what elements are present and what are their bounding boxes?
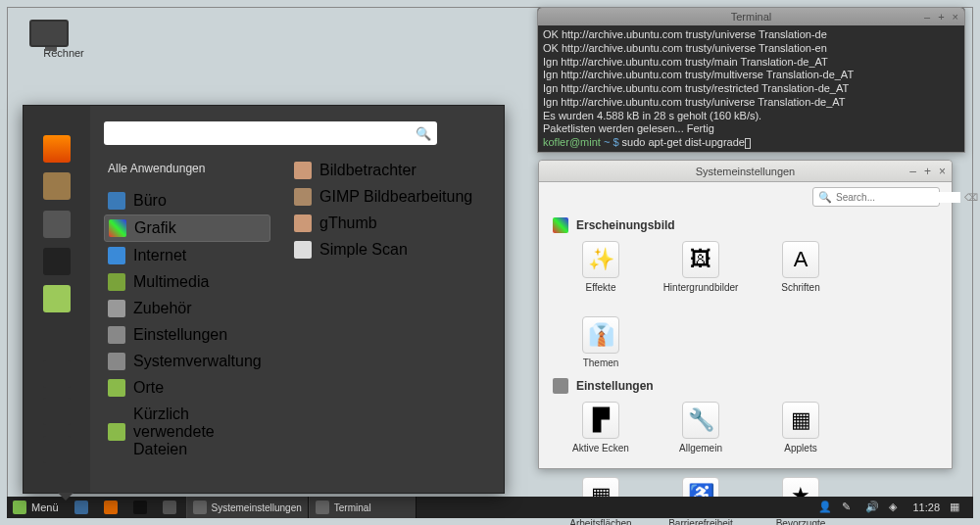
category-zubehör[interactable]: Zubehör <box>104 296 270 321</box>
task-terminal[interactable]: Terminal <box>309 497 416 518</box>
category-orte[interactable]: Orte <box>104 375 270 401</box>
category-icon <box>108 247 125 264</box>
quicklaunch-file-manager[interactable] <box>39 211 74 238</box>
category-grafik[interactable]: Grafik <box>104 215 270 242</box>
minimize-button[interactable]: – <box>909 165 916 178</box>
settings-item-allgemein[interactable]: 🔧Allgemein <box>662 402 739 453</box>
menu-search-input[interactable] <box>110 126 416 140</box>
settings-group-appearance: Erscheinungsbild <box>553 217 938 233</box>
category-multimedia[interactable]: Multimedia <box>104 269 270 295</box>
calendar-icon[interactable]: ▦ <box>950 501 963 514</box>
settings-item-label: Arbeitsflächen <box>563 518 639 525</box>
terminal-window[interactable]: Terminal – + × OK http://archive.ubuntu.… <box>537 7 965 153</box>
settings-item-icon: 🔧 <box>682 402 719 439</box>
task-label: Systemeinstellungen <box>212 502 302 513</box>
menu-button[interactable]: Menü <box>7 497 65 518</box>
settings-item-hintergrundbilder[interactable]: 🖼Hintergrundbilder <box>662 241 739 293</box>
launcher-terminal[interactable] <box>127 497 153 518</box>
quicklaunch-settings-3[interactable] <box>39 436 74 463</box>
terminal-title: Terminal <box>731 11 772 23</box>
category-label: Büro <box>133 192 167 210</box>
package-manager-icon <box>43 172 71 200</box>
maximize-button[interactable]: + <box>938 11 944 23</box>
updates-icon[interactable]: ✎ <box>842 501 856 514</box>
task-icon <box>193 501 207 514</box>
settings-item-icon: 🖼 <box>682 241 719 278</box>
app-gthumb[interactable]: gThumb <box>290 212 488 235</box>
category-internet[interactable]: Internet <box>104 243 270 268</box>
terminal-titlebar[interactable]: Terminal – + × <box>538 8 964 25</box>
category-label: Einstellungen <box>133 326 227 344</box>
clear-icon[interactable]: ⌫ <box>964 192 978 203</box>
file-manager-icon <box>43 211 71 238</box>
settings-item-schriften[interactable]: ASchriften <box>762 241 839 293</box>
settings-item-label: Allgemein <box>662 443 739 453</box>
volume-icon[interactable]: 🔊 <box>865 501 879 514</box>
app-label: Simple Scan <box>319 241 408 259</box>
quicklaunch-separator[interactable] <box>39 323 74 351</box>
app-gimp-bildbearbeitung[interactable]: GIMP Bildbearbeitung <box>290 185 488 209</box>
app-icon <box>294 162 312 179</box>
app-simple-scan[interactable]: Simple Scan <box>290 238 488 262</box>
settings-item-icon: ▛ <box>582 402 619 439</box>
menu-search[interactable]: 🔍 <box>104 121 437 145</box>
quicklaunch-settings-2[interactable] <box>39 398 74 425</box>
app-bildbetrachter[interactable]: Bildbetrachter <box>290 159 488 182</box>
settings-item-icon: ▦ <box>782 402 819 439</box>
desktop-icon-computer[interactable]: Rechner <box>29 20 98 59</box>
category-icon <box>109 219 126 237</box>
category-label: Multimedia <box>133 273 209 291</box>
category-icon <box>108 273 125 291</box>
quicklaunch-package-manager[interactable] <box>39 172 74 200</box>
network-icon[interactable]: ◈ <box>889 501 903 514</box>
app-label: GIMP Bildbearbeitung <box>319 188 472 206</box>
settings-item-themen[interactable]: 👔Themen <box>563 316 639 368</box>
settings-item-effekte[interactable]: ✨Effekte <box>563 241 639 293</box>
task-systemeinstellungen[interactable]: Systemeinstellungen <box>186 497 309 518</box>
settings-item-label: Barrierefreiheit <box>662 518 739 525</box>
taskbar[interactable]: Menü SystemeinstellungenTerminal 👤 ✎ 🔊 ◈… <box>7 497 973 518</box>
category-einstellungen[interactable]: Einstellungen <box>104 322 270 348</box>
search-icon: 🔍 <box>416 126 431 141</box>
settings-item-label: Bevorzugte <box>762 518 839 525</box>
settings-search[interactable]: 🔍 ⌫ <box>812 187 940 207</box>
settings-item-label: Applets <box>762 443 839 453</box>
settings-window[interactable]: Systemeinstellungen – + × 🔍 ⌫ Erscheinun… <box>538 160 953 469</box>
category-icon <box>108 192 125 210</box>
minimize-button[interactable]: – <box>924 11 930 23</box>
close-button[interactable]: × <box>939 165 946 178</box>
monitor-icon <box>29 20 69 47</box>
clock[interactable]: 11:28 <box>912 501 940 513</box>
terminal-icon <box>133 501 147 514</box>
app-icon <box>294 188 312 206</box>
start-menu[interactable]: 🔍 Alle Anwendungen BüroGrafikInternetMul… <box>23 105 505 494</box>
settings-item-applets[interactable]: ▦Applets <box>762 402 839 453</box>
terminal-body[interactable]: OK http://archive.ubuntu.com trusty/univ… <box>538 25 964 153</box>
settings-item-label: Aktive Ecken <box>563 443 639 453</box>
category-kürzlich-verwendete-dateien[interactable]: Kürzlich verwendete Dateien <box>104 402 270 462</box>
quicklaunch-firefox[interactable] <box>39 135 74 163</box>
menu-all-apps[interactable]: Alle Anwendungen <box>104 159 270 178</box>
category-label: Grafik <box>134 219 176 237</box>
category-label: Kürzlich verwendete Dateien <box>133 406 267 458</box>
user-icon[interactable]: 👤 <box>818 501 832 514</box>
category-systemverwaltung[interactable]: Systemverwaltung <box>104 349 270 374</box>
category-büro[interactable]: Büro <box>104 188 270 214</box>
settings-search-input[interactable] <box>836 192 960 203</box>
maximize-button[interactable]: + <box>924 165 931 178</box>
launcher-firefox[interactable] <box>98 497 123 518</box>
quicklaunch-settings-1[interactable] <box>39 360 74 388</box>
settings-item-aktive ecken[interactable]: ▛Aktive Ecken <box>563 402 639 453</box>
category-icon <box>108 423 125 441</box>
appearance-icon <box>553 217 568 233</box>
quicklaunch-files[interactable] <box>39 285 74 312</box>
launcher-files[interactable] <box>157 497 182 518</box>
settings-titlebar[interactable]: Systemeinstellungen – + × <box>539 161 952 182</box>
category-icon <box>108 326 125 344</box>
settings-item-label: Effekte <box>563 282 639 293</box>
quicklaunch-terminal[interactable] <box>39 248 74 275</box>
settings-2-icon <box>43 398 71 425</box>
category-label: Internet <box>133 247 186 264</box>
close-button[interactable]: × <box>953 11 958 23</box>
settings-3-icon <box>43 436 71 463</box>
